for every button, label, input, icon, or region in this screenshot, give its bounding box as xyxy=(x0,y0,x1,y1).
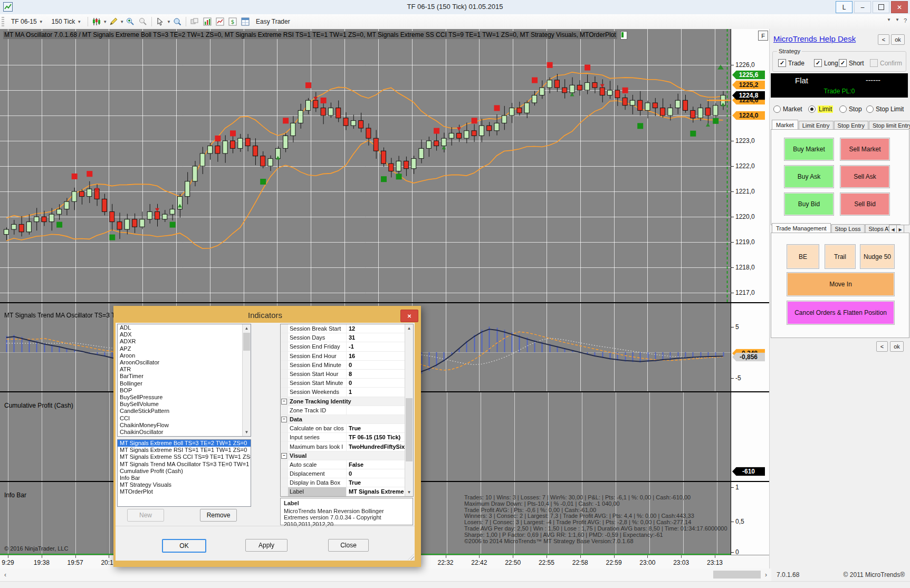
indicator-item[interactable]: ADX xyxy=(118,331,251,338)
price-chart-canvas[interactable] xyxy=(0,29,731,302)
property-value[interactable]: 0 xyxy=(347,362,413,368)
indicator-item[interactable]: ADL xyxy=(118,324,251,331)
property-row[interactable]: Input seriesTF 06-15 (150 Tick) xyxy=(281,433,413,442)
property-value[interactable]: TwoHundredFiftySix xyxy=(347,444,413,450)
instrument-selector[interactable]: TF 06-15▼ xyxy=(7,16,47,27)
scroll-up-icon[interactable]: ▲ xyxy=(243,324,251,332)
tab-limit-entry[interactable]: Limit Entry xyxy=(799,121,834,130)
property-row[interactable]: Display in Data BoxTrue xyxy=(281,478,413,487)
indicator-item[interactable]: CCI xyxy=(118,415,251,422)
drawing-tools-button[interactable] xyxy=(108,16,119,27)
checkbox-confirm[interactable]: Confirm xyxy=(870,59,902,67)
button-buy-ask[interactable]: Buy Ask xyxy=(784,165,834,188)
indicator-item[interactable]: BOP xyxy=(118,387,251,394)
radio-stop-limit[interactable]: Stop Limit xyxy=(866,105,904,113)
property-row[interactable]: Zone Track ID xyxy=(281,406,413,415)
list-scrollbar[interactable]: ▲ ▼ xyxy=(242,324,251,436)
configured-indicators-list[interactable]: MT Signals Extreme Boll TS=3 TE=2 TW=1 Z… xyxy=(117,439,251,507)
configured-indicator-item[interactable]: MTOrderPlot xyxy=(118,488,251,495)
tab-stop-loss[interactable]: Stop Loss xyxy=(831,224,865,233)
profit-axis[interactable]: -610 xyxy=(731,392,770,482)
zoom-out-button[interactable] xyxy=(137,16,149,27)
property-value[interactable]: True xyxy=(347,425,413,431)
scroll-up-icon[interactable]: ▲ xyxy=(405,324,413,332)
property-row[interactable]: Auto scaleFalse xyxy=(281,460,413,469)
tab-stop-limit-entry[interactable]: Stop limit Entry xyxy=(869,121,910,130)
indicator-item[interactable]: Bollinger xyxy=(118,380,251,387)
property-row[interactable]: −Visual xyxy=(281,451,413,460)
indicator-item[interactable]: BuySellPressure xyxy=(118,394,251,401)
price-axis[interactable]: F 1226,01223,01222,01221,01220,01219,012… xyxy=(731,29,770,302)
indicator-item[interactable]: ADXR xyxy=(118,338,251,345)
close-button[interactable]: ✕ xyxy=(891,1,908,13)
oscillator-axis[interactable]: 5-5-0,248-0,856 xyxy=(731,303,770,392)
dialog-title[interactable]: Indicators xyxy=(116,308,415,323)
indicator-item[interactable]: APZ xyxy=(118,345,251,352)
trail-button[interactable]: Trail xyxy=(825,244,856,269)
minimize-button[interactable]: – xyxy=(854,1,871,13)
remove-button[interactable]: Remove xyxy=(200,509,237,522)
link-windows-button[interactable] xyxy=(189,16,200,27)
property-row[interactable]: Session Start Hour8 xyxy=(281,370,413,379)
property-row[interactable]: Session End Friday-1 xyxy=(281,342,413,351)
ok-dialog-button[interactable]: OK xyxy=(162,539,206,553)
radio-stop[interactable]: Stop xyxy=(839,105,862,113)
configured-indicator-item[interactable]: Cumulative Profit (Cash) xyxy=(118,468,251,475)
property-value[interactable]: 8 xyxy=(347,371,413,377)
property-row[interactable]: Session End Hour16 xyxy=(281,352,413,361)
property-row[interactable]: −Data xyxy=(281,415,413,424)
button-buy-market[interactable]: Buy Market xyxy=(784,138,834,161)
resize-grip[interactable] xyxy=(408,554,414,560)
property-row[interactable]: Calculate on bar closTrue xyxy=(281,424,413,433)
checkbox-trade[interactable]: ✓Trade xyxy=(778,59,804,67)
scroll-right-button[interactable]: › xyxy=(762,570,770,579)
property-value[interactable]: False xyxy=(347,461,413,468)
scroll-left-button[interactable]: ‹ xyxy=(1,570,9,579)
scroll-down-icon[interactable]: ▼ xyxy=(243,428,251,436)
grid-button[interactable] xyxy=(240,16,251,27)
ok-button-bottom[interactable]: ok xyxy=(890,341,904,352)
collapse-button-bottom[interactable]: < xyxy=(876,341,888,352)
checkbox-long[interactable]: ✓Long xyxy=(814,59,838,67)
cursor-tool-button[interactable] xyxy=(155,16,166,27)
configured-indicator-item[interactable]: MT Signals Extreme RSI TS=1 TE=1 TW=1 ZS… xyxy=(118,447,251,454)
property-row[interactable]: −Zone Tracking Identity xyxy=(281,397,413,406)
configured-indicator-item[interactable]: Info Bar xyxy=(118,475,251,481)
cancel-flatten-button[interactable]: Cancel Orders & Flatten Position xyxy=(787,301,895,325)
property-value[interactable]: 0 xyxy=(347,470,413,477)
configured-indicator-item[interactable]: MT Signals Extreme SS CCI TS=9 TE=1 TW=1… xyxy=(118,454,251,460)
radio-limit[interactable]: Limit xyxy=(808,105,833,113)
button-sell-ask[interactable]: Sell Ask xyxy=(840,165,890,188)
properties-grid[interactable]: Session Break Start12Session Days31Sessi… xyxy=(280,324,414,497)
property-value[interactable]: 12 xyxy=(347,325,413,332)
available-indicators-list[interactable]: ▲ ▼ ADLADXADXRAPZAroonAroonOscillatorATR… xyxy=(117,324,251,437)
indicator-item[interactable]: ChaikinMoneyFlow xyxy=(118,422,251,429)
period-selector[interactable]: 150 Tick▼ xyxy=(47,16,86,27)
configured-indicator-item[interactable]: MT Signals Extreme Boll TS=3 TE=2 TW=1 Z… xyxy=(118,440,251,447)
button-buy-bid[interactable]: Buy Bid xyxy=(784,192,834,216)
chart-style-button[interactable] xyxy=(91,16,102,27)
collapse-icon[interactable]: − xyxy=(281,399,287,404)
property-value[interactable]: -1 xyxy=(347,343,413,350)
property-value[interactable]: 31 xyxy=(347,334,413,341)
indicator-item[interactable]: BarTimer xyxy=(118,373,251,380)
help-icon[interactable]: ? xyxy=(904,17,907,24)
configured-indicator-item[interactable]: MT Signals Trend MA Oscillator TS=3 TE=0… xyxy=(118,461,251,468)
info-axis[interactable]: 10,50 xyxy=(731,482,770,556)
chevron-down-icon[interactable]: ▼ xyxy=(167,20,171,24)
property-row[interactable]: Maximum bars look lTwoHundredFiftySix xyxy=(281,442,413,451)
property-value[interactable]: MT Signals Extreme xyxy=(347,488,413,495)
new-button[interactable]: New xyxy=(127,509,164,522)
title-bar[interactable]: TF 06-15 (150 Tick) 01.05.2015 L – ✕ xyxy=(0,0,910,15)
layout-button[interactable]: L xyxy=(836,1,852,13)
property-row[interactable]: Session Days31 xyxy=(281,333,413,342)
property-row[interactable]: Session Weekends1 xyxy=(281,388,413,397)
move-in-button[interactable]: Move In xyxy=(787,272,895,296)
zoom-in-button[interactable] xyxy=(124,16,136,27)
help-desk-link[interactable]: MicroTrends Help Desk xyxy=(773,34,856,43)
toolbar-grip[interactable] xyxy=(2,17,4,26)
property-value[interactable]: 1 xyxy=(347,389,413,395)
scroll-down-icon[interactable]: ▼ xyxy=(405,488,413,496)
tab-stop-entry[interactable]: Stop Entry xyxy=(834,121,868,130)
props-scrollbar[interactable]: ▲▼ xyxy=(405,324,413,496)
